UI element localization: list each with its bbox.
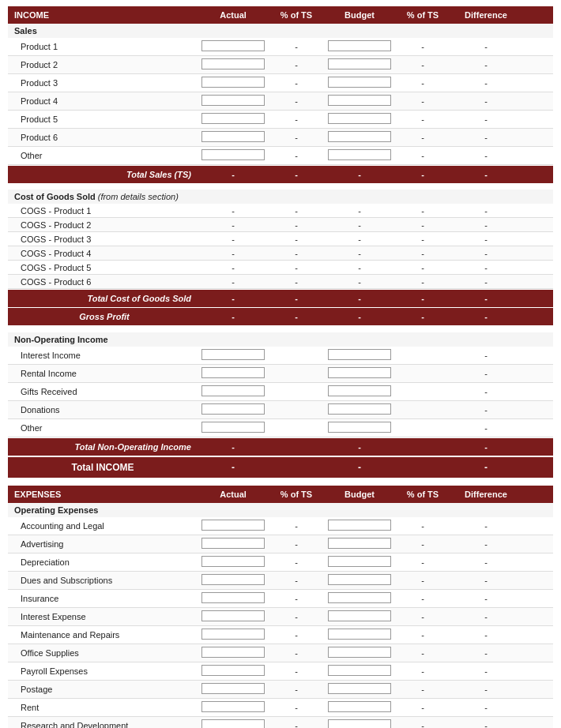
- payroll-budget-input[interactable]: [328, 665, 391, 676]
- product3-budget-input[interactable]: [328, 77, 391, 88]
- interest-expense-actual-input[interactable]: [201, 610, 265, 621]
- research-dev-diff: -: [450, 719, 521, 728]
- advertising-budget-input[interactable]: [328, 538, 391, 549]
- product5-actual-input[interactable]: [201, 113, 265, 124]
- product1-budget: [324, 38, 395, 55]
- product1-budget-input[interactable]: [328, 40, 391, 51]
- difference-col-header: Difference: [450, 9, 521, 21]
- rental-income-budget-input[interactable]: [328, 367, 391, 378]
- interest-expense-diff: -: [450, 610, 521, 623]
- product4-budget-input[interactable]: [328, 95, 391, 106]
- maintenance-repairs-budget-input[interactable]: [328, 629, 391, 640]
- other-sales-budget-input[interactable]: [328, 149, 391, 160]
- research-dev-actual: [198, 717, 269, 728]
- other-nonop-budget-input[interactable]: [328, 422, 391, 433]
- other-sales-pct2: -: [395, 149, 450, 162]
- total-sales-actual: -: [198, 168, 269, 181]
- donations-pct1: [269, 408, 324, 411]
- postage-budget-input[interactable]: [328, 683, 391, 694]
- rent-budget-input[interactable]: [328, 701, 391, 712]
- cogs3-actual: -: [198, 233, 269, 246]
- product5-budget-input[interactable]: [328, 113, 391, 124]
- table-row: COGS - Product 2 - - - - -: [8, 218, 553, 232]
- office-supplies-pct2: -: [395, 647, 450, 659]
- interest-income-actual: [198, 347, 269, 364]
- donations-budget-input[interactable]: [328, 403, 391, 415]
- product2-pct1: -: [269, 58, 324, 71]
- table-row: COGS - Product 1 - - - - -: [8, 204, 553, 218]
- postage-budget: [324, 681, 395, 698]
- rent-actual: [198, 699, 269, 716]
- interest-income-actual-input[interactable]: [201, 349, 265, 360]
- table-row: Dues and Subscriptions - - -: [8, 572, 553, 590]
- accounting-legal-actual-input[interactable]: [201, 520, 265, 531]
- rental-income-actual-input[interactable]: [201, 367, 265, 378]
- cogs2-actual: -: [198, 219, 269, 231]
- depreciation-budget: [324, 554, 395, 571]
- accounting-legal-label: Accounting and Legal: [8, 520, 198, 532]
- table-row: Research and Development - - -: [8, 717, 553, 728]
- research-dev-actual-input[interactable]: [201, 719, 265, 728]
- product5-pct2: -: [395, 113, 450, 126]
- advertising-actual: [198, 535, 269, 553]
- table-row: Other - - -: [8, 147, 553, 165]
- product2-diff: -: [450, 58, 521, 71]
- other-nonop-diff: -: [450, 422, 521, 434]
- payroll-diff: -: [450, 665, 521, 677]
- donations-actual-input[interactable]: [201, 403, 265, 415]
- product4-actual-input[interactable]: [201, 95, 265, 106]
- product1-actual-input[interactable]: [201, 40, 265, 51]
- total-cogs-label: Total Cost of Goods Sold: [8, 292, 198, 305]
- other-sales-actual: [198, 147, 269, 164]
- donations-label: Donations: [8, 403, 198, 416]
- income-section-label: INCOME: [8, 9, 198, 21]
- gifts-label: Gifts Received: [8, 385, 198, 398]
- interest-income-budget-input[interactable]: [328, 349, 391, 360]
- table-row: Interest Expense - - -: [8, 608, 553, 626]
- insurance-actual-input[interactable]: [201, 592, 265, 603]
- research-dev-budget-input[interactable]: [328, 719, 391, 728]
- depreciation-actual-input[interactable]: [201, 556, 265, 567]
- insurance-budget-input[interactable]: [328, 592, 391, 603]
- office-supplies-budget-input[interactable]: [328, 647, 391, 658]
- gifts-budget-input[interactable]: [328, 385, 391, 396]
- advertising-actual-input[interactable]: [201, 538, 265, 549]
- office-supplies-actual-input[interactable]: [201, 647, 265, 658]
- cogs-group-row: Cost of Goods Sold (from details section…: [8, 190, 553, 204]
- product2-budget-input[interactable]: [328, 58, 391, 69]
- interest-expense-budget: [324, 608, 395, 625]
- dues-subs-actual: [198, 572, 269, 589]
- postage-diff: -: [450, 683, 521, 696]
- cogs3-label: COGS - Product 3: [8, 233, 198, 246]
- cogs5-label: COGS - Product 5: [8, 261, 198, 274]
- dues-subs-budget-input[interactable]: [328, 574, 391, 585]
- other-nonop-actual-input[interactable]: [201, 422, 265, 433]
- dues-subs-budget: [324, 572, 395, 589]
- rental-income-pct1: [269, 372, 324, 375]
- other-sales-actual-input[interactable]: [201, 149, 265, 160]
- payroll-actual-input[interactable]: [201, 665, 265, 676]
- table-row: Product 3 - - -: [8, 74, 553, 92]
- pct-ts-col-header2: % of TS: [395, 9, 450, 21]
- rent-actual-input[interactable]: [201, 701, 265, 712]
- dues-subs-actual-input[interactable]: [201, 574, 265, 585]
- depreciation-budget-input[interactable]: [328, 556, 391, 567]
- gifts-actual-input[interactable]: [201, 385, 265, 396]
- postage-actual-input[interactable]: [201, 683, 265, 694]
- accounting-legal-budget-input[interactable]: [328, 520, 391, 531]
- cogs4-pct1: -: [269, 247, 324, 260]
- interest-expense-budget-input[interactable]: [328, 610, 391, 621]
- income-header: INCOME Actual % of TS Budget % of TS Dif…: [8, 6, 553, 24]
- product5-diff: -: [450, 113, 521, 126]
- product6-actual-input[interactable]: [201, 131, 265, 142]
- maintenance-repairs-pct2: -: [395, 629, 450, 641]
- maintenance-repairs-budget: [324, 626, 395, 644]
- product2-actual-input[interactable]: [201, 58, 265, 69]
- maintenance-repairs-actual-input[interactable]: [201, 629, 265, 640]
- operating-expenses-group-row: Operating Expenses: [8, 503, 553, 517]
- product1-label: Product 1: [8, 40, 198, 53]
- other-nonop-actual: [198, 419, 269, 437]
- product6-budget-input[interactable]: [328, 131, 391, 142]
- product3-actual-input[interactable]: [201, 77, 265, 88]
- postage-pct1: -: [269, 683, 324, 696]
